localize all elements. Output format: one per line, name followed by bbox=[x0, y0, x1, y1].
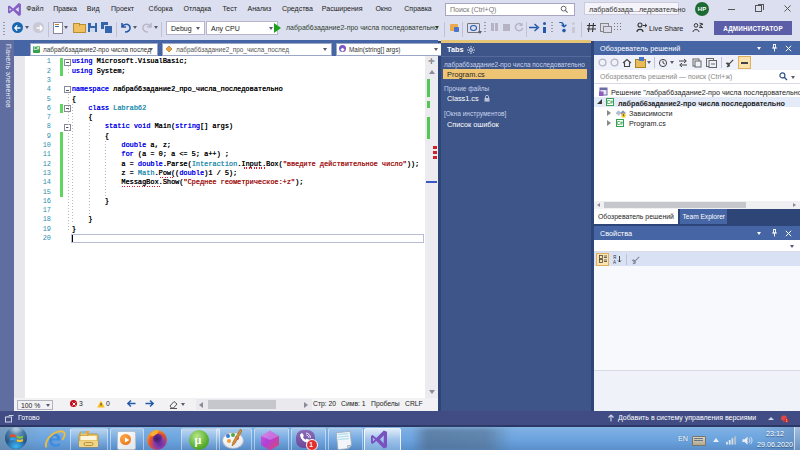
svg-text:А: А bbox=[613, 260, 616, 264]
